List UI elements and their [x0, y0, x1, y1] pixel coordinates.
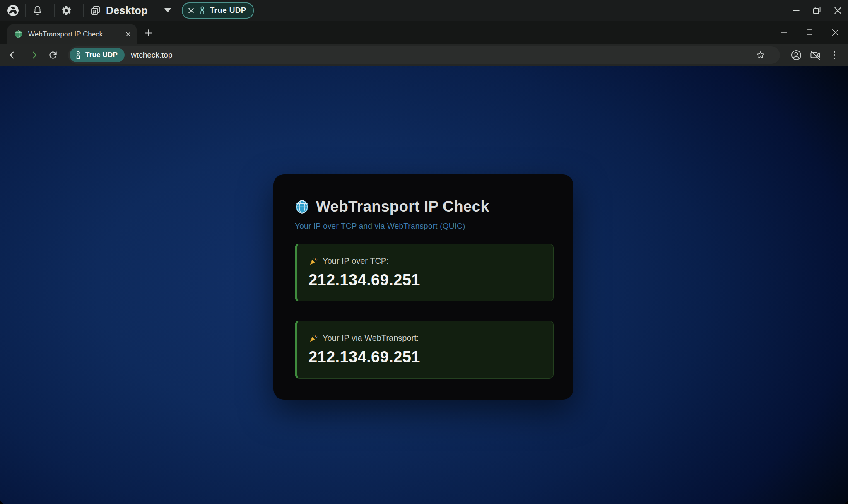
os-window-controls — [786, 0, 848, 21]
reload-icon — [48, 50, 58, 60]
profile-button[interactable] — [787, 46, 806, 65]
card-header: WebTransport IP Check — [295, 198, 554, 215]
url-text[interactable]: wtcheck.top — [131, 51, 172, 60]
session-badge-label: True UDP — [210, 6, 246, 15]
result-label: Your IP via WebTransport: — [323, 333, 419, 343]
browser-toolbar: True UDP wtcheck.top — [0, 44, 848, 66]
address-bar-badge[interactable]: True UDP — [70, 48, 125, 62]
page-subtitle: Your IP over TCP and via WebTransport (Q… — [295, 222, 554, 231]
browser-window: WebTransport IP Check — [0, 21, 848, 504]
address-bar[interactable]: True UDP wtcheck.top — [68, 46, 780, 64]
os-minimize-button[interactable] — [786, 0, 807, 21]
page-title: WebTransport IP Check — [316, 198, 489, 215]
browser-tab[interactable]: WebTransport IP Check — [7, 24, 137, 44]
workspace-label[interactable]: Desktop — [106, 5, 148, 17]
tcp-ip-result-box: Your IP over TCP: 212.134.69.251 — [295, 244, 554, 301]
globe-icon — [295, 200, 309, 214]
close-icon — [833, 5, 843, 16]
forward-button[interactable] — [25, 47, 41, 63]
result-label: Your IP over TCP: — [323, 256, 389, 266]
settings-button[interactable] — [55, 0, 78, 21]
party-popper-icon — [308, 333, 318, 343]
address-bar-badge-label: True UDP — [85, 51, 118, 59]
close-icon — [831, 28, 840, 37]
result-label-row: Your IP via WebTransport: — [308, 333, 553, 343]
bell-icon — [32, 5, 43, 16]
close-icon[interactable] — [188, 7, 195, 14]
gear-icon — [61, 5, 72, 16]
page-content: WebTransport IP Check Your IP over TCP a… — [0, 66, 848, 504]
app-logo-icon[interactable] — [6, 4, 20, 17]
star-icon — [756, 50, 766, 60]
profile-icon — [790, 49, 802, 61]
camera-blocked-button[interactable] — [806, 46, 825, 65]
close-icon — [125, 31, 131, 37]
camera-off-icon — [809, 49, 822, 61]
minimize-icon — [791, 5, 802, 16]
webtransport-ip-value: 212.134.69.251 — [308, 348, 553, 366]
os-separator — [83, 4, 84, 17]
plus-icon — [144, 29, 153, 37]
ip-check-card: WebTransport IP Check Your IP over TCP a… — [273, 174, 573, 400]
back-button[interactable] — [5, 47, 22, 63]
tab-strip: WebTransport IP Check — [0, 21, 848, 44]
stacked-windows-icon — [90, 5, 101, 16]
tcp-ip-value: 212.134.69.251 — [308, 271, 553, 289]
tab-close-button[interactable] — [123, 29, 133, 40]
arrow-left-icon — [8, 50, 19, 60]
maximize-icon — [805, 28, 814, 37]
os-close-button[interactable] — [827, 0, 848, 21]
minimize-icon — [779, 27, 789, 37]
party-popper-icon — [308, 256, 318, 266]
os-restore-button[interactable] — [807, 0, 827, 21]
person-icon — [75, 51, 82, 60]
toolbar-right-controls — [787, 46, 844, 65]
result-label-row: Your IP over TCP: — [308, 256, 553, 266]
session-badge[interactable]: True UDP — [182, 2, 254, 19]
browser-close-button[interactable] — [822, 21, 848, 44]
bookmark-button[interactable] — [754, 48, 768, 62]
tab-favicon-globe-icon — [14, 30, 23, 39]
browser-minimize-button[interactable] — [771, 21, 797, 44]
arrow-right-icon — [28, 50, 39, 60]
webtransport-ip-result-box: Your IP via WebTransport: 212.134.69.251 — [295, 321, 554, 379]
browser-window-controls — [771, 21, 848, 44]
screen: Desktop True UDP — [0, 0, 848, 504]
browser-menu-button[interactable] — [825, 46, 844, 65]
person-icon — [198, 6, 206, 15]
tab-title: WebTransport IP Check — [28, 30, 123, 39]
chevron-down-icon[interactable] — [164, 8, 171, 12]
workspace-switcher-button[interactable] — [86, 0, 104, 21]
notifications-button[interactable] — [26, 0, 49, 21]
browser-maximize-button[interactable] — [797, 21, 822, 44]
three-dots-icon — [826, 51, 843, 59]
new-tab-button[interactable] — [142, 26, 155, 39]
restore-icon — [812, 5, 822, 16]
reload-button[interactable] — [45, 47, 61, 63]
os-top-bar: Desktop True UDP — [0, 0, 848, 21]
